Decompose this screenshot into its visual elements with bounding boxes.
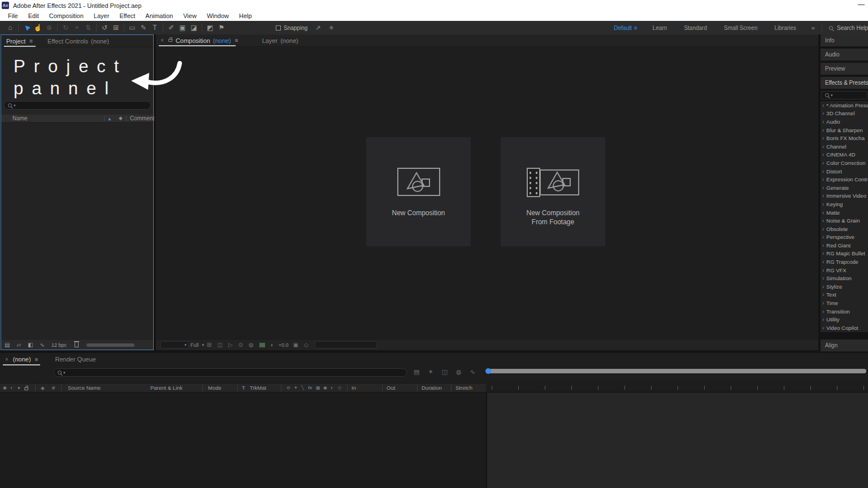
label-column-tag-icon[interactable]: ◈: [119, 115, 123, 121]
video-eye-icon[interactable]: ◉: [3, 385, 7, 390]
tab-effect-controls[interactable]: Effect Controls: [47, 38, 88, 45]
menu-item[interactable]: View: [178, 12, 202, 19]
effects-category[interactable]: Stylize: [821, 282, 868, 291]
column-parent-link[interactable]: Parent & Link: [150, 385, 183, 391]
motion-blur-icon[interactable]: ◍: [456, 368, 462, 376]
panel-header-info[interactable]: Info: [821, 34, 868, 47]
close-tab-icon[interactable]: ×: [5, 356, 8, 363]
effects-category[interactable]: RG Magic Bullet: [821, 250, 868, 258]
workspace-learn[interactable]: Learn: [644, 25, 676, 31]
panel-header-effects-presets[interactable]: Effects & Presets: [821, 77, 868, 89]
effects-category[interactable]: Transition: [821, 307, 868, 316]
snap-angle-icon[interactable]: ⇗: [315, 24, 320, 32]
tab-render-queue[interactable]: Render Queue: [55, 356, 96, 363]
clone-stamp-tool-icon[interactable]: ▣: [177, 22, 188, 33]
effects-category[interactable]: Keying: [821, 200, 868, 208]
effects-category[interactable]: Video Copilot: [821, 324, 868, 332]
fx-switch-icon[interactable]: fx: [308, 385, 312, 390]
new-composition-icon[interactable]: ◧: [28, 342, 33, 348]
column-comment[interactable]: Comment: [130, 115, 154, 121]
track-lanes-area[interactable]: [487, 393, 868, 488]
column-number[interactable]: #: [52, 385, 55, 391]
column-duration[interactable]: Duration: [422, 385, 442, 391]
column-source-name[interactable]: Source Name: [68, 385, 101, 391]
fast-previews-icon[interactable]: ◇: [304, 342, 309, 348]
new-folder-icon[interactable]: ▱: [16, 342, 21, 348]
column-name[interactable]: Name: [12, 115, 28, 121]
panel-menu-icon[interactable]: ≡: [235, 37, 238, 43]
effects-category[interactable]: Boris FX Mocha: [821, 134, 868, 142]
effects-category[interactable]: Distort: [821, 167, 868, 176]
frame-blending-icon[interactable]: ◫: [442, 368, 448, 376]
project-search-input[interactable]: [18, 102, 147, 108]
tab-project[interactable]: Project: [6, 38, 25, 45]
workspace-default[interactable]: Default: [605, 25, 634, 31]
minimize-button[interactable]: —: [858, 0, 865, 9]
timecode-box[interactable]: [315, 341, 377, 348]
timeline-search-input[interactable]: [68, 369, 403, 376]
magnification-dropdown[interactable]: ▾: [160, 341, 189, 348]
panel-header-align[interactable]: Align: [821, 339, 868, 352]
pan-camera-tool-icon[interactable]: +: [71, 22, 83, 33]
column-t[interactable]: T: [242, 385, 245, 391]
snapshot-icon[interactable]: ⊙: [238, 342, 243, 348]
effects-category[interactable]: Channel: [821, 142, 868, 151]
effects-category[interactable]: Text: [821, 291, 868, 299]
lock-icon[interactable]: [168, 39, 172, 42]
audio-speaker-icon[interactable]: ◗: [10, 385, 13, 390]
menu-item[interactable]: Help: [234, 12, 257, 19]
draft-3d-icon[interactable]: ✶: [428, 368, 433, 376]
quality-switch-icon[interactable]: ╲: [301, 385, 304, 390]
adjustment-layer-switch-icon[interactable]: ◐: [331, 385, 333, 390]
time-navigator-bar[interactable]: [488, 369, 866, 373]
motion-blur-switch-icon[interactable]: ◉: [323, 385, 327, 390]
waveform-icon[interactable]: ∿: [40, 342, 45, 348]
sort-ascending-icon[interactable]: ▲: [107, 116, 112, 121]
close-tab-icon[interactable]: ×: [160, 37, 164, 43]
panel-header-preview[interactable]: Preview: [821, 63, 868, 75]
effects-search-input[interactable]: [835, 92, 863, 98]
column-in[interactable]: In: [351, 385, 356, 391]
workspace-small-screen[interactable]: Small Screen: [715, 25, 766, 31]
3d-layer-switch-icon[interactable]: ◇: [338, 385, 341, 390]
pan-behind-tool-icon[interactable]: ⊞: [110, 22, 121, 33]
effects-category[interactable]: Time: [821, 299, 868, 307]
effects-category[interactable]: Audio: [821, 117, 868, 126]
menu-item[interactable]: Effect: [114, 12, 140, 19]
effects-category[interactable]: Color Correction: [821, 159, 868, 167]
home-tool-icon[interactable]: ⌂: [5, 22, 16, 33]
delete-icon[interactable]: [75, 343, 79, 347]
region-of-interest-icon[interactable]: ◐: [271, 342, 274, 348]
effects-category[interactable]: Matte: [821, 208, 868, 217]
layer-list-area[interactable]: [0, 393, 486, 488]
search-help[interactable]: Search Help: [822, 23, 868, 32]
menu-item[interactable]: Animation: [140, 12, 178, 19]
project-search[interactable]: ▾: [4, 101, 151, 110]
shy-switch-icon[interactable]: ⊖: [287, 385, 290, 390]
composition-flowchart-icon[interactable]: ▤: [414, 368, 419, 376]
effects-search[interactable]: ▾: [821, 91, 867, 99]
roto-brush-tool-icon[interactable]: ◩: [205, 22, 216, 33]
menu-item[interactable]: Layer: [89, 12, 115, 19]
column-mode[interactable]: Mode: [208, 385, 222, 391]
menu-item[interactable]: Composition: [44, 12, 89, 19]
effects-category[interactable]: Obsolete: [821, 225, 868, 233]
workspace-libraries[interactable]: Libraries: [766, 25, 804, 31]
shape-tool-icon[interactable]: ▭: [127, 22, 138, 33]
label-tag-icon[interactable]: ◈: [41, 385, 45, 391]
menu-item[interactable]: Window: [202, 12, 234, 19]
frame-blend-switch-icon[interactable]: ▦: [316, 385, 320, 390]
effects-category[interactable]: Simulation: [821, 274, 868, 282]
new-composition-from-footage-button[interactable]: New Composition From Footage: [501, 137, 605, 246]
preview-time-icon[interactable]: ▷: [228, 342, 233, 348]
interpret-footage-icon[interactable]: ▤: [5, 342, 10, 348]
effects-category[interactable]: 3D Channel: [821, 110, 868, 118]
menu-item[interactable]: File: [3, 12, 23, 19]
workspace-overflow-icon[interactable]: »: [805, 24, 822, 31]
camera-icon[interactable]: ▣: [293, 342, 298, 348]
snapping-checkbox[interactable]: [276, 25, 281, 30]
graph-editor-icon[interactable]: ∿: [470, 368, 475, 376]
orbit-camera-tool-icon[interactable]: ↻: [60, 22, 71, 33]
exposure-value[interactable]: +0.0: [279, 342, 289, 348]
new-composition-button[interactable]: New Composition: [366, 137, 471, 246]
